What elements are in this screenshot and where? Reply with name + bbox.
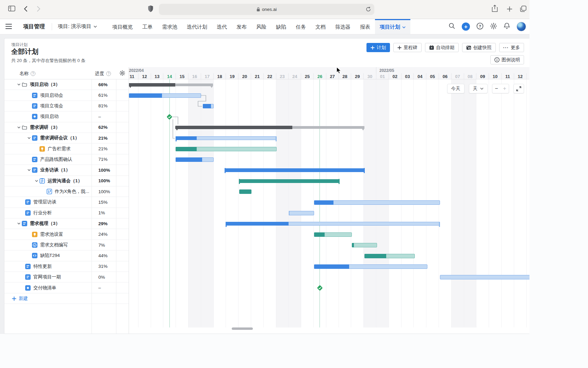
address-bar[interactable]: ones.ai (159, 4, 374, 15)
gantt-bar-row3[interactable] (203, 104, 214, 108)
nav-tab-13[interactable]: 项目计划 (375, 19, 410, 34)
nav-tab-7[interactable]: 风险 (251, 19, 271, 34)
time-unit-dropdown[interactable]: 天 (469, 84, 488, 93)
table-row-6[interactable]: 需求调研会议（1）21% (4, 133, 129, 143)
new-plan-button[interactable]: 新建 (4, 293, 129, 304)
nav-tab-1[interactable]: 项目概览 (108, 19, 137, 34)
expand-chevron-icon[interactable] (26, 137, 32, 139)
search-icon[interactable] (448, 22, 455, 31)
table-row-1[interactable]: 项目启动（3）66% (4, 79, 129, 90)
nav-tab-11[interactable]: 筛选器 (330, 19, 355, 34)
table-row-8[interactable]: 产品路线图确认71% (4, 154, 129, 165)
gantt-bar-row9[interactable] (225, 168, 364, 172)
share-icon[interactable] (492, 5, 498, 12)
nav-tab-label: 发布 (236, 24, 247, 30)
nav-tab-6[interactable]: 发布 (232, 19, 251, 34)
gantt-bar-row15[interactable] (314, 232, 352, 237)
menu-icon[interactable] (5, 24, 12, 30)
nav-tab-4[interactable]: 迭代计划 (182, 19, 212, 34)
settings-gear-icon[interactable] (490, 22, 497, 31)
expand-chevron-icon[interactable] (16, 83, 22, 86)
table-row-19[interactable]: 官网项目一期0% (4, 272, 129, 282)
new-tab-icon[interactable] (507, 6, 512, 12)
nav-tab-2[interactable]: 工单 (137, 19, 157, 34)
table-row-18[interactable]: 特性更新31% (4, 261, 129, 272)
expand-chevron-icon[interactable] (33, 180, 39, 182)
gantt-bar-row16[interactable] (352, 243, 377, 247)
project-selector[interactable]: 项目: 演示项目 (58, 23, 97, 30)
fullscreen-button[interactable] (513, 84, 524, 93)
gantt-bar-row2[interactable] (129, 93, 201, 98)
task-icon (32, 157, 37, 162)
nav-tab-12[interactable]: 报表 (355, 19, 375, 34)
row-progress: 29% (98, 221, 108, 226)
gantt-bar-row11[interactable] (239, 189, 251, 194)
table-row-17[interactable]: 缺陷T29444% (4, 250, 129, 261)
gantt-bar-row10[interactable] (239, 179, 339, 183)
gantt-bar-row8[interactable] (176, 157, 214, 162)
add-milestone-button[interactable]: 里程碑 (393, 43, 422, 52)
table-row-15[interactable]: 需求池设置24% (4, 229, 129, 240)
nav-tab-8[interactable]: 缺陷 (271, 19, 291, 34)
legend-button[interactable]: 图例说明 (490, 55, 524, 64)
expand-chevron-icon[interactable] (16, 126, 22, 128)
nav-tab-3[interactable]: 需求池 (157, 19, 182, 34)
table-settings-gear-icon[interactable] (119, 70, 125, 77)
row-progress: 15% (98, 200, 108, 205)
table-row-20[interactable]: 交付物清单– (4, 282, 129, 293)
help-icon[interactable]: ? (106, 71, 111, 76)
more-button[interactable]: ··· 更多 (499, 43, 524, 52)
tabs-overview-icon[interactable] (520, 5, 527, 12)
gantt-bar-row12[interactable] (314, 200, 440, 205)
back-button[interactable] (24, 6, 28, 12)
table-row-16[interactable]: 需求文档编写7% (4, 240, 129, 250)
privacy-shield-icon[interactable] (148, 5, 153, 13)
table-row-4[interactable]: 项目启动– (4, 111, 129, 122)
nav-tab-5[interactable]: 迭代 (212, 19, 232, 34)
gantt-bar-row13[interactable] (289, 211, 314, 215)
table-row-7[interactable]: 广告栏需求21% (4, 143, 129, 154)
folder-icon (22, 82, 27, 87)
gantt-milestone-row20[interactable] (316, 285, 323, 291)
table-row-2[interactable]: 项目启动会61% (4, 90, 129, 101)
gantt-bar-row18[interactable] (314, 264, 427, 269)
create-button[interactable]: + (462, 22, 470, 31)
gantt-bar-row19[interactable] (440, 275, 529, 279)
sidebar-toggle-icon[interactable] (8, 5, 15, 12)
zoom-out-button[interactable]: − (492, 86, 501, 92)
gantt-bar-row5[interactable] (176, 126, 364, 129)
add-plan-button[interactable]: 计划 (366, 43, 390, 52)
create-snapshot-button[interactable]: 创建快照 (462, 43, 496, 52)
gantt-bar-row1[interactable] (129, 83, 213, 86)
horizontal-scrollbar[interactable] (232, 327, 253, 330)
table-row-5[interactable]: 需求调研（3）62% (4, 122, 129, 133)
table-row-12[interactable]: 管理层访谈15% (4, 197, 129, 208)
refresh-icon[interactable] (366, 6, 371, 12)
month-label: 2022/04 (129, 68, 144, 73)
auto-schedule-button[interactable]: 自动排期 (425, 43, 459, 52)
gantt-bar-row7[interactable] (176, 147, 277, 151)
table-row-10[interactable]: 运营沟通会（1）100% (4, 176, 129, 186)
nav-tab-9[interactable]: 任务 (291, 19, 311, 34)
today-button[interactable]: 今天 (447, 84, 464, 93)
zoom-in-button[interactable]: + (501, 86, 509, 92)
help-icon[interactable]: ? (31, 71, 35, 76)
gantt-bar-row6[interactable] (176, 136, 277, 140)
gantt-milestone-row4[interactable] (166, 113, 173, 120)
expand-chevron-icon[interactable] (26, 169, 32, 171)
workspace-title[interactable]: 项目管理 (23, 23, 45, 30)
gantt-bar-row17[interactable] (364, 254, 415, 258)
expand-chevron-icon[interactable] (16, 223, 22, 225)
table-row-9[interactable]: 业务访谈（1）100% (4, 165, 129, 175)
task-icon (25, 264, 31, 269)
table-row-3[interactable]: 项目立项会81% (4, 101, 129, 111)
table-row-14[interactable]: 需求梳理（3）29% (4, 218, 129, 229)
help-icon[interactable]: ? (476, 22, 484, 31)
notifications-bell-icon[interactable] (504, 22, 510, 31)
table-row-13[interactable]: 行业分析1% (4, 208, 129, 218)
forward-button[interactable] (37, 6, 40, 12)
gantt-bar-row14[interactable] (226, 222, 440, 226)
nav-tab-10[interactable]: 文档 (311, 19, 330, 34)
table-row-11[interactable]: 作为X角色，我...100% (4, 186, 129, 197)
avatar[interactable] (517, 22, 526, 31)
